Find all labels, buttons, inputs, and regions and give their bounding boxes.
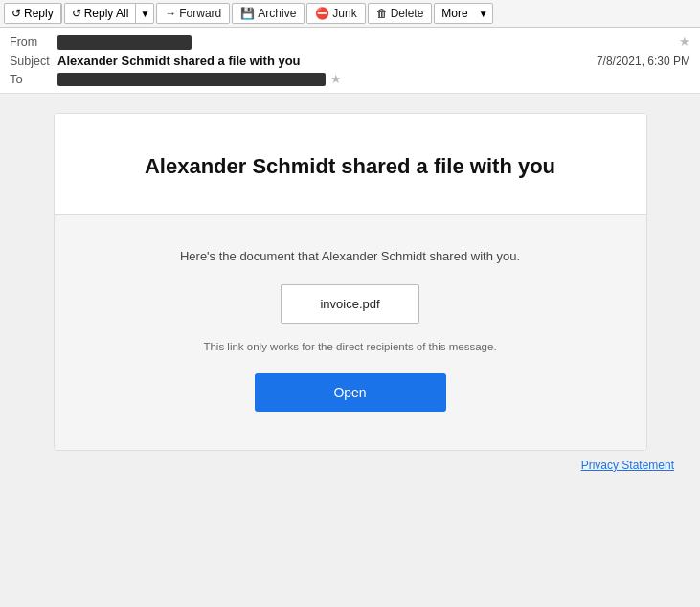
from-redacted (57, 35, 192, 50)
forward-button[interactable]: → Forward (156, 3, 230, 24)
reply-all-button[interactable]: ↺ Reply All ▼ (64, 3, 155, 24)
to-label: To (10, 72, 57, 86)
email-body: Alexander Schmidt shared a file with you… (0, 94, 700, 592)
star-icon[interactable]: ★ (679, 34, 690, 49)
email-date: 7/8/2021, 6:30 PM (597, 55, 690, 68)
reply-all-icon: ↺ (72, 7, 81, 20)
archive-button[interactable]: 💾 Archive (232, 3, 305, 24)
delete-label: Delete (391, 7, 424, 20)
reply-label: Reply (24, 7, 54, 20)
to-redacted (57, 73, 326, 86)
more-dropdown-icon[interactable]: ▼ (475, 4, 492, 23)
filename: invoice.pdf (320, 297, 379, 311)
from-label: From (10, 35, 57, 49)
card-body: Here's the document that Alexander Schmi… (55, 215, 646, 450)
junk-label: Junk (332, 7, 356, 20)
card-description: Here's the document that Alexander Schmi… (102, 249, 598, 263)
forward-label: Forward (179, 7, 221, 20)
open-button[interactable]: Open (255, 373, 446, 412)
card-title: Alexander Schmidt shared a file with you (83, 152, 618, 181)
from-row: From ★ (10, 33, 690, 52)
delete-icon: 🗑 (376, 7, 388, 20)
archive-label: Archive (258, 7, 296, 20)
to-row: To ★ (10, 70, 690, 88)
email-headers: From ★ Subject Alexander Schmidt shared … (0, 28, 700, 94)
from-value (57, 35, 674, 50)
delete-button[interactable]: 🗑 Delete (368, 3, 433, 24)
reply-all-dropdown-icon[interactable]: ▼ (136, 4, 153, 23)
reply-icon: ↺ (11, 7, 21, 20)
more-label: More (441, 7, 467, 20)
notice-text: This link only works for the direct reci… (102, 341, 598, 352)
reply-button[interactable]: ↺ Reply (4, 3, 62, 24)
archive-icon: 💾 (240, 7, 255, 20)
file-box[interactable]: invoice.pdf (281, 284, 418, 324)
to-star-icon[interactable]: ★ (330, 72, 342, 86)
subject-row: Subject Alexander Schmidt shared a file … (10, 52, 690, 70)
more-button[interactable]: More ▼ (434, 3, 492, 24)
subject-label: Subject (10, 55, 57, 68)
junk-button[interactable]: ⛔ Junk (306, 3, 365, 24)
subject-value: Alexander Schmidt shared a file with you (57, 54, 597, 68)
forward-icon: → (165, 7, 176, 20)
privacy-link[interactable]: Privacy Statement (581, 459, 674, 472)
card-header: Alexander Schmidt shared a file with you (55, 114, 646, 215)
junk-icon: ⛔ (315, 7, 329, 20)
reply-all-label: Reply All (84, 7, 129, 20)
email-card: Alexander Schmidt shared a file with you… (54, 113, 647, 451)
privacy-row: Privacy Statement (14, 451, 686, 476)
email-toolbar: ↺ Reply ↺ Reply All ▼ → Forward 💾 Archiv… (0, 0, 700, 28)
